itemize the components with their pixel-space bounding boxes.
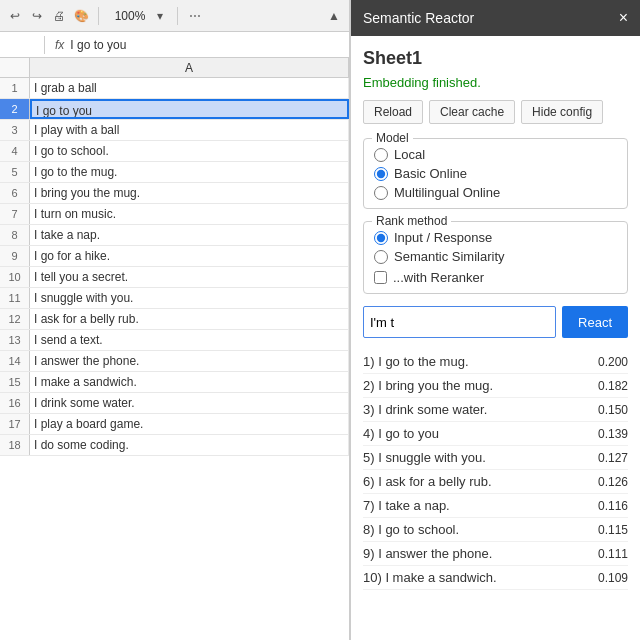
table-row[interactable]: 9 I go for a hike.	[0, 246, 349, 267]
zoom-dropdown-icon[interactable]: ▾	[151, 7, 169, 25]
table-row[interactable]: 5 I go to the mug.	[0, 162, 349, 183]
cell-value[interactable]: I go to school.	[30, 141, 349, 161]
table-row[interactable]: 12 I ask for a belly rub.	[0, 309, 349, 330]
result-item: 8) I go to school. 0.115	[363, 518, 628, 542]
zoom-control[interactable]: 100% ▾	[111, 7, 169, 25]
cell-value[interactable]: I play a board game.	[30, 414, 349, 434]
undo-icon[interactable]: ↩	[6, 7, 24, 25]
model-radio[interactable]	[374, 167, 388, 181]
result-text: 10) I make a sandwich.	[363, 570, 588, 585]
table-row[interactable]: 17 I play a board game.	[0, 414, 349, 435]
result-item: 10) I make a sandwich. 0.109	[363, 566, 628, 590]
clear-cache-button[interactable]: Clear cache	[429, 100, 515, 124]
fx-label: fx	[55, 38, 64, 52]
table-row[interactable]: 1 I grab a ball	[0, 78, 349, 99]
cell-value[interactable]: I make a sandwich.	[30, 372, 349, 392]
cell-value[interactable]: I ask for a belly rub.	[30, 309, 349, 329]
react-input[interactable]	[363, 306, 556, 338]
table-row[interactable]: 6 I bring you the mug.	[0, 183, 349, 204]
result-score: 0.111	[588, 547, 628, 561]
table-row[interactable]: 16 I drink some water.	[0, 393, 349, 414]
cell-value[interactable]: I snuggle with you.	[30, 288, 349, 308]
reranker-checkbox[interactable]	[374, 271, 387, 284]
row-number: 4	[0, 141, 30, 161]
result-item: 5) I snuggle with you. 0.127	[363, 446, 628, 470]
result-text: 7) I take a nap.	[363, 498, 588, 513]
paint-icon[interactable]: 🎨	[72, 7, 90, 25]
close-button[interactable]: ×	[619, 10, 628, 26]
row-num-header	[0, 58, 30, 77]
sidebar-title: Semantic Reactor	[363, 10, 474, 26]
rank-radio[interactable]	[374, 231, 388, 245]
more-icon[interactable]: ⋯	[186, 7, 204, 25]
reranker-label: ...with Reranker	[393, 270, 484, 285]
model-label: Local	[394, 147, 425, 162]
model-group-label: Model	[372, 131, 413, 145]
results-list: 1) I go to the mug. 0.200 2) I bring you…	[363, 350, 628, 590]
result-text: 2) I bring you the mug.	[363, 378, 588, 393]
table-row[interactable]: 15 I make a sandwich.	[0, 372, 349, 393]
model-option: Local	[374, 147, 617, 162]
result-item: 6) I ask for a belly rub. 0.126	[363, 470, 628, 494]
result-item: 1) I go to the mug. 0.200	[363, 350, 628, 374]
model-options: Local Basic Online Multilingual Online	[374, 147, 617, 200]
separator2	[177, 7, 178, 25]
zoom-value: 100%	[111, 9, 149, 23]
col-header-a[interactable]: A	[30, 58, 349, 77]
cell-value[interactable]: I take a nap.	[30, 225, 349, 245]
table-row[interactable]: 3 I play with a ball	[0, 120, 349, 141]
reranker-option: ...with Reranker	[374, 270, 617, 285]
cell-value[interactable]: I tell you a secret.	[30, 267, 349, 287]
model-radio[interactable]	[374, 186, 388, 200]
result-item: 2) I bring you the mug. 0.182	[363, 374, 628, 398]
formula-value: I go to you	[70, 38, 343, 52]
react-button[interactable]: React	[562, 306, 628, 338]
sep3	[44, 36, 45, 54]
result-score: 0.182	[588, 379, 628, 393]
cell-value[interactable]: I drink some water.	[30, 393, 349, 413]
table-row[interactable]: 8 I take a nap.	[0, 225, 349, 246]
table-row[interactable]: 4 I go to school.	[0, 141, 349, 162]
table-row[interactable]: 7 I turn on music.	[0, 204, 349, 225]
cell-value[interactable]: I turn on music.	[30, 204, 349, 224]
rank-label: Input / Response	[394, 230, 492, 245]
cell-value[interactable]: I do some coding.	[30, 435, 349, 455]
spreadsheet-body: 1 I grab a ball 2 I go to you 3 I play w…	[0, 78, 349, 640]
row-number: 6	[0, 183, 30, 203]
result-text: 5) I snuggle with you.	[363, 450, 588, 465]
react-row: React	[363, 306, 628, 338]
status-text: Embedding finished.	[363, 75, 628, 90]
sidebar-content: Sheet1 Embedding finished. Reload Clear …	[351, 36, 640, 640]
rank-option: Input / Response	[374, 230, 617, 245]
row-number: 16	[0, 393, 30, 413]
redo-icon[interactable]: ↪	[28, 7, 46, 25]
print-icon[interactable]: 🖨	[50, 7, 68, 25]
hide-config-button[interactable]: Hide config	[521, 100, 603, 124]
cell-value[interactable]: I go for a hike.	[30, 246, 349, 266]
table-row[interactable]: 14 I answer the phone.	[0, 351, 349, 372]
cell-value[interactable]: I send a text.	[30, 330, 349, 350]
table-row[interactable]: 13 I send a text.	[0, 330, 349, 351]
model-radio[interactable]	[374, 148, 388, 162]
rank-group-label: Rank method	[372, 214, 451, 228]
cell-value[interactable]: I play with a ball	[30, 120, 349, 140]
table-row[interactable]: 2 I go to you	[0, 99, 349, 120]
table-row[interactable]: 10 I tell you a secret.	[0, 267, 349, 288]
model-config-group: Model Local Basic Online Multilingual On…	[363, 138, 628, 209]
cell-value[interactable]: I go to you	[30, 99, 349, 119]
cell-value[interactable]: I go to the mug.	[30, 162, 349, 182]
reload-button[interactable]: Reload	[363, 100, 423, 124]
result-text: 8) I go to school.	[363, 522, 588, 537]
rank-config-group: Rank method Input / Response Semantic Si…	[363, 221, 628, 294]
sidebar-panel: Semantic Reactor × Sheet1 Embedding fini…	[350, 0, 640, 640]
result-item: 4) I go to you 0.139	[363, 422, 628, 446]
table-row[interactable]: 18 I do some coding.	[0, 435, 349, 456]
collapse-icon[interactable]: ▲	[325, 7, 343, 25]
cell-value[interactable]: I grab a ball	[30, 78, 349, 98]
cell-value[interactable]: I answer the phone.	[30, 351, 349, 371]
result-text: 1) I go to the mug.	[363, 354, 588, 369]
result-score: 0.126	[588, 475, 628, 489]
rank-radio[interactable]	[374, 250, 388, 264]
table-row[interactable]: 11 I snuggle with you.	[0, 288, 349, 309]
cell-value[interactable]: I bring you the mug.	[30, 183, 349, 203]
